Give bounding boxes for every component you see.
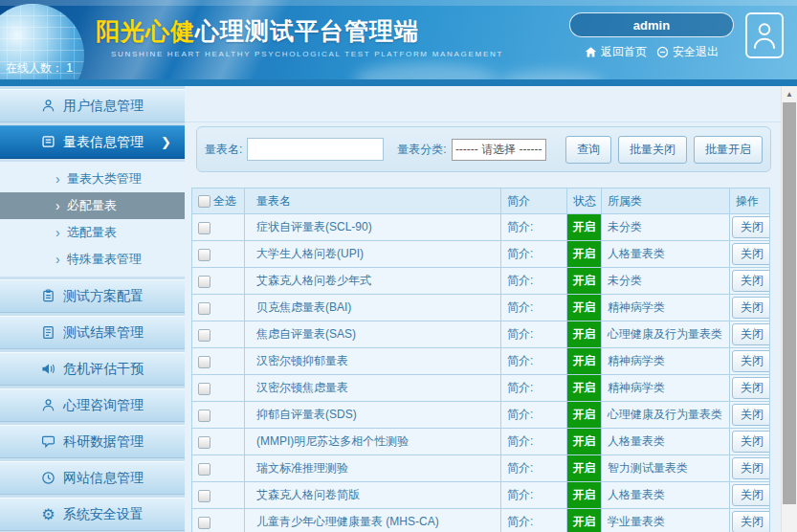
close-button[interactable]: 关闭: [732, 377, 770, 399]
vertical-scrollbar[interactable]: ▲: [781, 86, 797, 532]
scale-name: 大学生人格问卷(UPI): [245, 241, 501, 268]
scale-intro: 简介:: [501, 375, 567, 402]
scale-intro: 简介:: [501, 295, 567, 321]
sidebar-item-system-security[interactable]: ⚙ 系统安全设置: [0, 498, 185, 531]
speaker-icon: [41, 362, 55, 376]
close-button[interactable]: 关闭: [732, 350, 770, 372]
row-checkbox[interactable]: [198, 249, 210, 261]
row-checkbox[interactable]: [198, 463, 210, 476]
scale-intro: 简介:: [501, 214, 567, 241]
scale-name: 瑞文标准推理测验: [245, 455, 501, 482]
sidebar-item-crisis[interactable]: 危机评估干预: [0, 352, 185, 386]
row-checkbox[interactable]: [198, 329, 210, 342]
select-all-checkbox[interactable]: [198, 195, 210, 208]
close-button[interactable]: 关闭: [732, 297, 770, 319]
scale-category: 人格量表类: [602, 429, 730, 455]
sidebar-item-website-info[interactable]: 网站信息管理: [0, 461, 185, 495]
gear-icon: ⚙: [41, 507, 55, 522]
sidebar-item-test-plan[interactable]: 测试方案配置: [0, 279, 185, 313]
online-count: 在线人数： 1: [6, 60, 73, 77]
title-subtitle: SUNSHINE HEART HEALTHY PSYCHOLOGICAL TES…: [96, 50, 503, 58]
status-badge: 开启: [567, 268, 602, 295]
query-button[interactable]: 查询: [565, 136, 611, 164]
chevron-icon: ›: [55, 225, 60, 240]
scale-intro: 简介:: [501, 321, 567, 348]
sidebar-item-research-data[interactable]: 科研数据管理: [0, 425, 185, 458]
table-header-row: 全选 量表名 简介 状态 所属类 操作: [192, 188, 770, 214]
status-badge: 开启: [567, 509, 602, 532]
row-checkbox[interactable]: [198, 436, 210, 449]
scale-intro: 简介:: [501, 455, 567, 482]
sidebar-subitem-required-scales[interactable]: › 必配量表: [0, 192, 185, 219]
status-badge: 开启: [567, 482, 602, 509]
scale-name: (MMPI)明尼苏达多相个性测验: [245, 429, 501, 455]
row-checkbox[interactable]: [198, 490, 210, 502]
row-checkbox[interactable]: [198, 410, 210, 422]
app-window: 阳光心健心理测试平台管理端 SUNSHINE HEART HEALTHY PSY…: [0, 0, 797, 532]
table-row: 瑞文标准推理测验 简介: 开启 智力测试量表类 关闭: [192, 455, 770, 482]
scale-intro: 简介:: [501, 268, 567, 295]
sidebar-subitem-scale-categories[interactable]: › 量表大类管理: [0, 166, 185, 192]
user-icon: [41, 99, 55, 113]
logout-link[interactable]: 安全退出: [656, 44, 719, 60]
row-checkbox[interactable]: [198, 517, 210, 529]
sidebar-item-counseling[interactable]: 心理咨询管理: [0, 388, 185, 422]
close-button[interactable]: 关闭: [732, 431, 770, 453]
chevron-icon: ›: [55, 252, 60, 267]
header: 阳光心健心理测试平台管理端 SUNSHINE HEART HEALTHY PSY…: [0, 0, 797, 86]
scale-category: 人格量表类: [602, 482, 730, 509]
scroll-up-arrow-icon[interactable]: ▲: [782, 86, 797, 101]
close-button[interactable]: 关闭: [732, 323, 770, 345]
batch-open-button[interactable]: 批量开启: [694, 136, 763, 164]
scale-intro: 简介:: [501, 241, 567, 268]
status-badge: 开启: [567, 348, 602, 375]
row-checkbox[interactable]: [198, 383, 210, 395]
username-badge: admin: [569, 12, 734, 37]
close-button[interactable]: 关闭: [732, 270, 770, 292]
sidebar-item-user-info[interactable]: 用户信息管理: [0, 89, 185, 122]
scale-name-input[interactable]: [247, 138, 384, 161]
back-home-link[interactable]: 返回首页: [585, 44, 647, 60]
brand-name: 阳光心健: [96, 17, 195, 44]
column-header-action: 操作: [730, 188, 770, 214]
scale-category: 心理健康及行为量表类: [602, 321, 730, 348]
close-button[interactable]: 关闭: [732, 457, 770, 479]
row-checkbox[interactable]: [198, 356, 210, 368]
sidebar-item-scale-info[interactable]: 量表信息管理 ❯: [0, 125, 185, 159]
main-content: 量表名: 量表分类: ------ 请选择 ------ 查询 批量关闭 批量开…: [185, 86, 781, 532]
scale-intro: 简介:: [501, 429, 567, 455]
close-button[interactable]: 关闭: [732, 243, 770, 265]
clock-icon: [41, 471, 55, 485]
sidebar-subitem-optional-scales[interactable]: › 选配量表: [0, 219, 185, 246]
scale-category: 心理健康及行为量表类: [602, 402, 730, 429]
scale-intro: 简介:: [501, 402, 567, 429]
table-row: 艾森克人格问卷少年式 简介: 开启 未分类 关闭: [192, 268, 770, 295]
scale-category-label: 量表分类:: [397, 142, 446, 158]
scale-name: 汉密尔顿抑郁量表: [245, 348, 501, 375]
row-checkbox[interactable]: [198, 302, 210, 315]
batch-close-button[interactable]: 批量关闭: [618, 136, 687, 164]
close-button[interactable]: 关闭: [732, 484, 770, 506]
category-select[interactable]: ------ 请选择 ------: [452, 139, 546, 161]
column-header-intro: 简介: [501, 188, 567, 214]
table-row: 贝克焦虑量表(BAI) 简介: 开启 精神病学类 关闭: [192, 295, 770, 321]
scale-category: 精神病学类: [602, 375, 730, 402]
user-zone: admin 返回首页 安全退出: [569, 12, 784, 60]
status-badge: 开启: [567, 241, 602, 268]
scales-table: 全选 量表名 简介 状态 所属类 操作 症状自评量表(SCL-90) 简介: 开…: [191, 188, 770, 532]
close-button[interactable]: 关闭: [732, 404, 770, 426]
close-button[interactable]: 关闭: [732, 511, 770, 532]
scale-category: 未分类: [602, 268, 730, 295]
row-checkbox[interactable]: [198, 222, 210, 234]
select-all-label: 全选: [213, 193, 236, 210]
scrollbar-thumb[interactable]: [783, 102, 796, 504]
scale-category: 精神病学类: [602, 295, 730, 321]
sidebar-item-test-results[interactable]: 测试结果管理: [0, 316, 185, 349]
row-checkbox[interactable]: [198, 276, 210, 288]
sidebar-subitem-special-scales[interactable]: › 特殊量表管理: [0, 246, 185, 273]
close-button[interactable]: 关闭: [732, 216, 770, 238]
status-badge: 开启: [567, 455, 602, 482]
table-row: (MMPI)明尼苏达多相个性测验 简介: 开启 人格量表类 关闭: [192, 429, 770, 455]
filter-panel: 量表名: 量表分类: ------ 请选择 ------ 查询 批量关闭 批量开…: [196, 126, 771, 172]
scale-name: 儿童青少年心理健康量表 (MHS-CA): [245, 509, 501, 532]
